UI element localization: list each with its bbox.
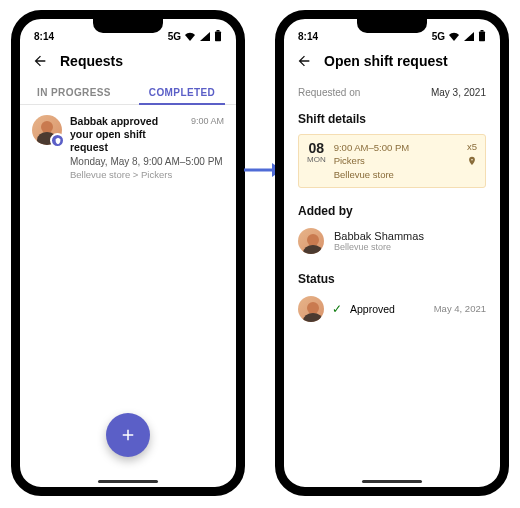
request-subtitle: Monday, May 8, 9:00 AM–5:00 PM (70, 156, 224, 167)
shift-time: 9:00 AM–5:00 PM (334, 141, 459, 154)
page-title: Open shift request (324, 53, 448, 69)
page-header: Requests (20, 47, 236, 79)
battery-icon (214, 30, 222, 42)
page-header: Open shift request (284, 47, 500, 79)
shift-card[interactable]: 08 MON 9:00 AM–5:00 PM Pickers Bellevue … (298, 134, 486, 188)
svg-rect-1 (217, 30, 220, 32)
request-breadcrumb: Bellevue store > Pickers (70, 169, 224, 180)
avatar (298, 296, 324, 322)
added-by-name: Babbak Shammas (334, 230, 424, 242)
request-feed: Babbak approved your open shift request … (20, 105, 236, 190)
clock-time: 8:14 (298, 31, 318, 42)
device-notch (357, 19, 427, 33)
shift-details-title: Shift details (284, 104, 500, 130)
request-item[interactable]: Babbak approved your open shift request … (32, 115, 224, 180)
back-icon[interactable] (296, 53, 312, 69)
signal-icon (463, 31, 475, 41)
avatar (298, 228, 324, 254)
request-body: Babbak approved your open shift request … (70, 115, 224, 180)
shift-day-number: 08 (307, 141, 326, 155)
requested-on-label: Requested on (298, 87, 360, 98)
tab-completed[interactable]: COMPLETED (128, 79, 236, 104)
request-title: Babbak approved your open shift request (70, 115, 183, 154)
location-pin-icon (467, 156, 477, 166)
network-label: 5G (168, 31, 181, 42)
tabs: IN PROGRESS COMPLETED (20, 79, 236, 105)
back-icon[interactable] (32, 53, 48, 69)
added-by-store: Bellevue store (334, 242, 424, 252)
phone-requests: 8:14 5G Requests IN PROGRESS COMPLETED (11, 10, 245, 496)
status-indicators: 5G (168, 30, 222, 42)
shift-store: Bellevue store (334, 168, 459, 181)
shift-type-badge-icon (50, 133, 65, 148)
status-indicators: 5G (432, 30, 486, 42)
phone-request-detail: 8:14 5G Open shift request Requested on … (275, 10, 509, 496)
requested-on-date: May 3, 2021 (431, 87, 486, 98)
avatar-wrap (32, 115, 62, 145)
shift-meta: x5 (467, 141, 477, 181)
status-row: ✓ Approved May 4, 2021 (284, 290, 500, 328)
added-by-row[interactable]: Babbak Shammas Bellevue store (284, 222, 500, 264)
status-date: May 4, 2021 (434, 303, 486, 314)
device-notch (93, 19, 163, 33)
check-icon: ✓ (332, 302, 342, 316)
added-by-text: Babbak Shammas Bellevue store (334, 230, 424, 252)
signal-icon (199, 31, 211, 41)
shift-info: 9:00 AM–5:00 PM Pickers Bellevue store (334, 141, 459, 181)
clock-time: 8:14 (34, 31, 54, 42)
shift-slot-count: x5 (467, 141, 477, 152)
home-indicator (98, 480, 158, 483)
battery-icon (478, 30, 486, 42)
wifi-icon (184, 31, 196, 41)
plus-icon (119, 426, 137, 444)
shift-date: 08 MON (307, 141, 326, 181)
add-request-button[interactable] (106, 413, 150, 457)
network-label: 5G (432, 31, 445, 42)
requested-on-row: Requested on May 3, 2021 (284, 79, 500, 104)
wifi-icon (448, 31, 460, 41)
shift-day-of-week: MON (307, 155, 326, 164)
status-value: Approved (350, 303, 395, 315)
svg-rect-4 (479, 32, 485, 42)
svg-rect-0 (215, 32, 221, 42)
page-title: Requests (60, 53, 123, 69)
status-title: Status (284, 264, 500, 290)
shift-group: Pickers (334, 154, 459, 167)
request-timestamp: 9:00 AM (191, 115, 224, 126)
tab-in-progress[interactable]: IN PROGRESS (20, 79, 128, 104)
home-indicator (362, 480, 422, 483)
added-by-title: Added by (284, 196, 500, 222)
svg-rect-5 (481, 30, 484, 32)
